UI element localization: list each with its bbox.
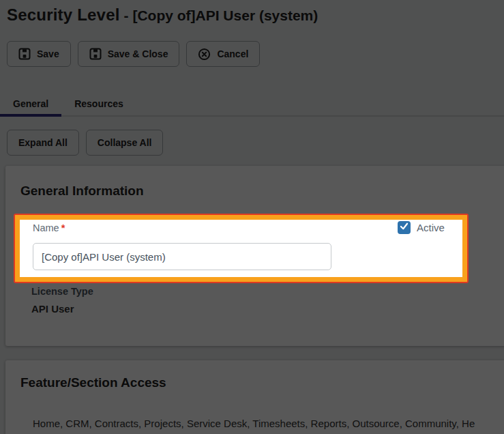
collapse-all-button[interactable]: Collapse All — [86, 130, 164, 156]
save-button[interactable]: Save — [7, 41, 71, 67]
save-and-close-button[interactable]: Save & Close — [78, 41, 180, 67]
tab-resources-label: Resources — [74, 98, 123, 109]
checkmark-icon — [399, 221, 409, 234]
expand-all-label: Expand All — [18, 137, 68, 148]
expand-all-button[interactable]: Expand All — [7, 130, 79, 156]
security-level-page: Security Level- [Copy of]API User (syste… — [0, 0, 504, 434]
page-title-record: - [Copy of]API User (system) — [124, 8, 318, 23]
page-title-entity: Security Level — [7, 5, 120, 24]
tab-general-label: General — [13, 98, 48, 109]
name-field-label: Name* — [33, 222, 65, 233]
feature-section-access-heading: Feature/Section Access — [20, 375, 166, 390]
save-button-label: Save — [37, 48, 59, 59]
circle-x-icon — [198, 48, 211, 61]
active-checkbox[interactable] — [398, 221, 411, 234]
save-icon — [89, 48, 102, 60]
page-title: Security Level- [Copy of]API User (syste… — [7, 5, 318, 25]
general-information-section: General Information Name* Active License… — [5, 166, 504, 346]
feature-section-access-items: Home, CRM, Contracts, Projects, Service … — [33, 418, 504, 429]
section-controls: Expand All Collapse All — [7, 130, 163, 156]
cancel-button[interactable]: Cancel — [186, 41, 260, 67]
license-type-label: License Type — [31, 286, 93, 297]
cancel-button-label: Cancel — [217, 48, 248, 59]
feature-section-access-section: Feature/Section Access Home, CRM, Contra… — [5, 360, 504, 434]
name-input[interactable] — [33, 243, 331, 270]
save-and-close-button-label: Save & Close — [108, 48, 168, 59]
active-checkbox-label: Active — [417, 222, 445, 233]
collapse-all-label: Collapse All — [98, 137, 152, 148]
general-information-heading: General Information — [20, 184, 144, 199]
save-icon — [18, 48, 31, 60]
toolbar: Save Save & Close Cancel — [7, 41, 260, 67]
tab-resources[interactable]: Resources — [61, 90, 136, 117]
active-checkbox-group: Active — [398, 221, 445, 234]
license-type-value: API User — [31, 303, 74, 315]
name-label-text: Name — [33, 222, 59, 233]
tab-bar: General Resources — [0, 90, 504, 117]
required-marker: * — [61, 222, 65, 233]
tab-general[interactable]: General — [0, 90, 61, 117]
